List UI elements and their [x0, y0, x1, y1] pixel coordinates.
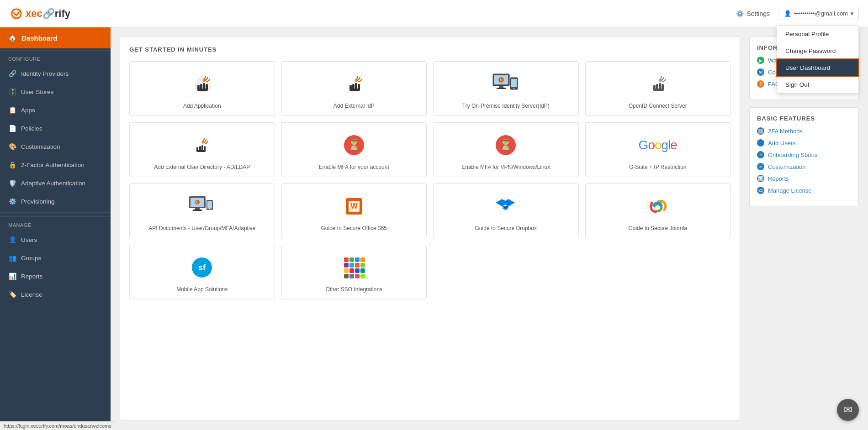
sidebar-item-label: Reports	[21, 273, 42, 280]
logo-text: xec🔗rify	[26, 8, 70, 20]
svg-rect-11	[349, 89, 360, 91]
gsuite-ip-label: G-Suite + IP Restriction	[629, 163, 687, 171]
svg-rect-18	[511, 79, 517, 87]
manage-license-label: Manage License	[768, 187, 811, 194]
tile-enable-mfa-account[interactable]: ⏳ Enable MFA for your account	[281, 122, 427, 177]
tile-api-documents[interactable]: ↻ API Documents - User/Group/MFA/Adaptiv…	[129, 184, 275, 238]
api-documents-label: API Documents - User/Group/MFA/Adaptive	[148, 225, 255, 232]
basic-features-box: BASIC FEATURES 🔢 2FA Methods 👤 Add Users…	[749, 107, 859, 206]
sidebar-item-identity-providers[interactable]: 🔗 Identity Providers	[0, 64, 111, 83]
api-documents-icon: ↻	[187, 192, 217, 221]
tiles-grid: Add Application	[129, 61, 730, 299]
onboarding-status-link[interactable]: ○ Onboarding Status	[757, 151, 851, 158]
add-external-idp-label: Add External IdP	[333, 102, 375, 110]
mobile-app-label: Mobile App Solutions	[176, 286, 228, 294]
add-users-link[interactable]: 👤 Add Users	[757, 139, 851, 147]
sidebar-item-user-stores[interactable]: 🗄️ User Stores	[0, 83, 111, 101]
tile-add-external-user-dir[interactable]: Add External User Directory - AD/LDAP	[129, 122, 275, 177]
tile-other-sso[interactable]: Other SSO Integrations	[281, 245, 427, 299]
svg-rect-65	[360, 263, 365, 267]
user-stores-icon: 🗄️	[8, 88, 16, 96]
enable-mfa-vpn-label: Enable MFA for VPN/Windows/Linux	[461, 163, 550, 171]
svg-point-6	[203, 79, 206, 82]
sidebar-item-label: User Stores	[21, 89, 53, 95]
svg-point-19	[513, 88, 515, 89]
svg-rect-72	[355, 274, 360, 278]
add-external-user-dir-icon	[187, 131, 217, 160]
sidebar-item-label: License	[21, 291, 42, 298]
sidebar-item-dashboard[interactable]: 🏠 Dashboard	[0, 27, 111, 48]
guide-joomla-label: Guide to Secure Joomla	[628, 225, 687, 232]
guide-office365-label: Guide to Secure Office 365	[321, 225, 387, 232]
settings-button[interactable]: ⚙️ Settings	[736, 10, 770, 17]
tile-guide-office365[interactable]: W Guide to Secure Office 365	[281, 184, 427, 238]
sidebar-item-license[interactable]: 🏷️ License	[0, 285, 111, 304]
tile-guide-dropbox[interactable]: Guide to Secure Dropbox	[433, 184, 579, 238]
dropdown-sign-out[interactable]: Sign Out	[777, 76, 858, 93]
sidebar-item-provisioning[interactable]: ⚙️ Provisioning	[0, 192, 111, 210]
openid-connect-icon	[643, 69, 672, 99]
configure-section-label: Configure	[0, 50, 111, 64]
tile-add-external-idp[interactable]: Add External IdP	[281, 61, 427, 116]
sidebar-item-label: Users	[21, 236, 37, 243]
sidebar-item-groups[interactable]: 👥 Groups	[0, 249, 111, 267]
other-sso-label: Other SSO Integrations	[325, 286, 382, 294]
svg-rect-60	[355, 257, 360, 262]
reports-icon: 📊	[8, 272, 16, 280]
svg-rect-69	[360, 268, 365, 273]
user-avatar-icon: 👤	[784, 10, 791, 17]
sidebar-item-adaptive-auth[interactable]: 🛡️ Adaptive Authentication	[0, 174, 111, 192]
onboarding-icon: ○	[757, 151, 764, 158]
identity-providers-icon: 🔗	[8, 69, 16, 78]
tile-enable-mfa-vpn[interactable]: ⏳ Enable MFA for VPN/Windows/Linux	[433, 122, 579, 177]
policies-icon: 📄	[8, 124, 16, 132]
tile-openid-connect[interactable]: OpenID Connect Server	[585, 61, 731, 116]
tile-try-onpremise[interactable]: ↻ Try On-Premise Identity Server(IdP)	[433, 61, 579, 116]
basic-features-title: BASIC FEATURES	[757, 115, 851, 122]
dropdown-change-password[interactable]: Change Password	[777, 42, 858, 59]
dropdown-personal-profile[interactable]: Personal Profile	[777, 26, 858, 42]
gsuite-ip-icon: Google	[643, 131, 672, 160]
sidebar-item-policies[interactable]: 📄 Policies	[0, 119, 111, 137]
faq-icon: ?	[757, 80, 764, 88]
user-dropdown-menu: Personal Profile Change Password User Da…	[777, 25, 859, 94]
svg-text:sf: sf	[198, 263, 206, 272]
svg-rect-67	[349, 268, 354, 273]
sidebar-item-label: Groups	[21, 255, 41, 262]
sidebar-item-customization[interactable]: 🎨 Customization	[0, 137, 111, 156]
user-menu-button[interactable]: 👤 ••••••••••@gmail.com ▾	[779, 7, 859, 20]
2fa-methods-link[interactable]: 🔢 2FA Methods	[757, 127, 851, 135]
2fa-methods-label: 2FA Methods	[768, 128, 803, 135]
svg-text:↻: ↻	[500, 78, 503, 82]
guide-dropbox-icon	[491, 192, 520, 221]
onboarding-status-label: Onboarding Status	[768, 152, 817, 158]
guide-dropbox-label: Guide to Secure Dropbox	[475, 225, 537, 232]
tile-gsuite-ip[interactable]: Google G-Suite + IP Restriction	[585, 122, 731, 177]
openid-connect-label: OpenID Connect Server	[629, 102, 687, 110]
sidebar-item-apps[interactable]: 📋 Apps	[0, 101, 111, 119]
dashboard-label: Dashboard	[21, 34, 57, 42]
sidebar: 🏠 Dashboard Configure 🔗 Identity Provide…	[0, 27, 111, 430]
sidebar-item-2fa[interactable]: 🔒 2-Factor Authentication	[0, 156, 111, 174]
svg-rect-68	[355, 268, 360, 273]
tile-add-application[interactable]: Add Application	[129, 61, 275, 116]
message-icon-button[interactable]: ✉	[837, 399, 859, 421]
sidebar-item-label: 2-Factor Authentication	[21, 162, 85, 168]
mobile-app-icon: sf	[187, 253, 217, 282]
svg-rect-70	[344, 274, 349, 278]
reports-link[interactable]: 📊 Reports	[757, 175, 851, 182]
dropdown-user-dashboard[interactable]: User Dashboard	[777, 59, 858, 76]
svg-point-44	[209, 209, 211, 210]
logo[interactable]: xec🔗rify	[9, 6, 70, 21]
sidebar-item-reports[interactable]: 📊 Reports	[0, 267, 111, 285]
customization-icon: 🎨	[8, 142, 16, 151]
manage-license-link[interactable]: 🏷 Manage License	[757, 187, 851, 194]
svg-rect-73	[360, 274, 365, 278]
tile-guide-joomla[interactable]: Guide to Secure Joomla	[585, 184, 731, 238]
main-layout: 🏠 Dashboard Configure 🔗 Identity Provide…	[0, 27, 868, 430]
svg-point-12	[355, 79, 358, 82]
tile-mobile-app[interactable]: sf Mobile App Solutions	[129, 245, 275, 299]
sidebar-item-users[interactable]: 👤 Users	[0, 231, 111, 249]
customization-link[interactable]: ≡ Customization	[757, 163, 851, 170]
customization-link-label: Customization	[768, 163, 805, 170]
